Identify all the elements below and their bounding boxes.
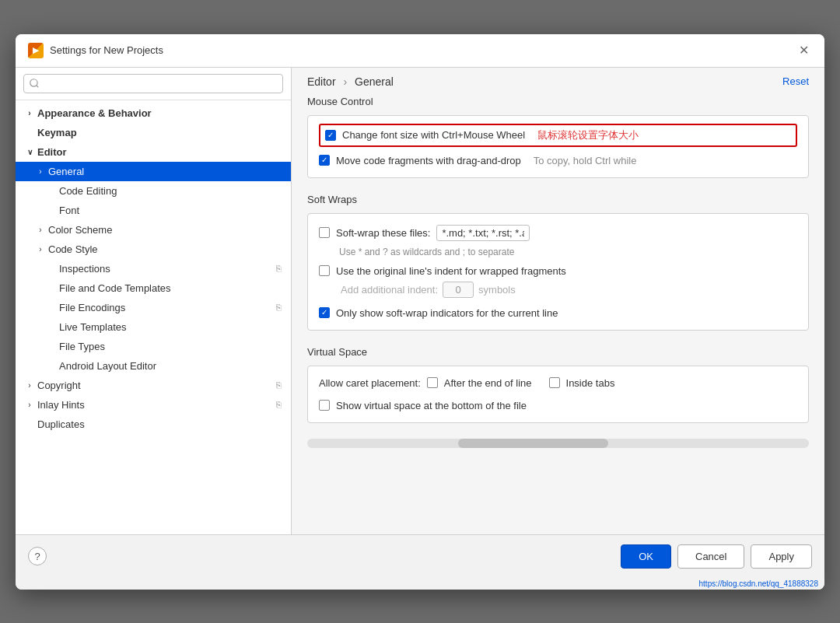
sidebar-item-file-encodings[interactable]: File Encodings ⎘ xyxy=(16,298,291,317)
change-font-size-checkbox[interactable] xyxy=(325,130,336,141)
close-button[interactable]: ✕ xyxy=(795,42,812,59)
search-input[interactable] xyxy=(23,74,283,93)
footer: ? OK Cancel Apply xyxy=(16,534,824,578)
virtual-space-section: Virtual Space Allow caret placement: Aft… xyxy=(307,346,809,423)
sidebar-item-editor[interactable]: ∨ Editor xyxy=(16,142,291,162)
add-indent-suffix: symbols xyxy=(478,284,516,296)
horizontal-scrollbar[interactable] xyxy=(307,439,809,448)
sidebar: › Appearance & Behavior Keymap ∨ Editor … xyxy=(16,68,292,534)
title-bar-left: ▶ Settings for New Projects xyxy=(28,43,163,58)
sidebar-item-general[interactable]: › General xyxy=(16,162,291,181)
chevron-icon: › xyxy=(25,401,34,409)
breadcrumb: Editor › General xyxy=(307,75,394,88)
main-content: › Appearance & Behavior Keymap ∨ Editor … xyxy=(16,68,824,534)
chevron-icon: › xyxy=(25,381,34,390)
soft-wraps-title: Soft Wraps xyxy=(307,194,809,205)
sidebar-item-label: File Types xyxy=(59,341,105,352)
inside-tabs-label: Inside tabs xyxy=(566,377,615,389)
sidebar-item-label: Android Layout Editor xyxy=(59,360,156,372)
sidebar-item-label: Color Scheme xyxy=(48,224,112,236)
after-end-of-line-label: After the end of line xyxy=(444,377,532,389)
sidebar-item-copyright[interactable]: › Copyright ⎘ xyxy=(16,376,291,395)
sidebar-item-color-scheme[interactable]: › Color Scheme xyxy=(16,220,291,240)
show-virtual-space-row: Show virtual space at the bottom of the … xyxy=(319,397,797,415)
breadcrumb-separator: › xyxy=(343,75,350,88)
sidebar-item-appearance[interactable]: › Appearance & Behavior xyxy=(16,103,291,123)
allow-caret-row: Allow caret placement: After the end of … xyxy=(319,374,797,392)
add-indent-input[interactable] xyxy=(443,282,474,298)
reset-button[interactable]: Reset xyxy=(782,75,809,87)
breadcrumb-part-general: General xyxy=(355,75,394,88)
mouse-control-box: Change font size with Ctrl+Mouse Wheel 鼠… xyxy=(307,115,809,178)
cancel-button[interactable]: Cancel xyxy=(677,544,744,569)
chevron-down-icon: ∨ xyxy=(25,148,34,156)
change-font-size-row: Change font size with Ctrl+Mouse Wheel 鼠… xyxy=(319,124,797,147)
show-virtual-space-checkbox[interactable] xyxy=(319,400,330,411)
tree: › Appearance & Behavior Keymap ∨ Editor … xyxy=(16,100,291,534)
soft-wrap-files-row: Soft-wrap these files: xyxy=(319,222,797,244)
after-end-of-line-checkbox[interactable] xyxy=(427,377,438,388)
mouse-control-section: Mouse Control Change font size with Ctrl… xyxy=(307,96,809,178)
apply-button[interactable]: Apply xyxy=(751,544,812,569)
search-box xyxy=(16,68,291,100)
allow-caret-label: Allow caret placement: xyxy=(319,377,421,389)
copy-icon: ⎘ xyxy=(276,264,282,273)
virtual-space-title: Virtual Space xyxy=(307,346,809,358)
sidebar-item-label: Inspections xyxy=(59,263,110,275)
copy-icon: ⎘ xyxy=(276,380,282,390)
sidebar-item-label: Appearance & Behavior xyxy=(37,107,152,119)
sidebar-item-label: File Encodings xyxy=(59,302,125,313)
soft-wrap-indicators-row: Only show soft-wrap indicators for the c… xyxy=(319,304,797,322)
soft-wrap-files-input[interactable] xyxy=(436,225,530,241)
main-panel: Editor › General Reset Mouse Control Cha… xyxy=(292,68,824,534)
sidebar-item-label: Code Editing xyxy=(59,185,117,197)
add-indent-label: Add additional indent: xyxy=(341,284,438,296)
change-font-size-hint: 鼠标滚轮设置字体大小 xyxy=(537,128,639,142)
settings-dialog: ▶ Settings for New Projects ✕ › Appearan… xyxy=(16,34,824,590)
chevron-icon: › xyxy=(25,109,34,117)
chevron-icon: › xyxy=(36,167,45,176)
inside-tabs-checkbox[interactable] xyxy=(549,377,560,388)
title-bar: ▶ Settings for New Projects ✕ xyxy=(16,34,824,68)
change-font-size-label: Change font size with Ctrl+Mouse Wheel xyxy=(342,129,525,141)
sidebar-item-duplicates[interactable]: Duplicates xyxy=(16,415,291,434)
dialog-title: Settings for New Projects xyxy=(50,44,163,56)
move-code-checkbox[interactable] xyxy=(319,155,330,166)
chevron-icon xyxy=(25,128,34,137)
url-hint: https://blog.csdn.net/qq_41888328 xyxy=(16,578,824,590)
sidebar-item-label: File and Code Templates xyxy=(59,282,171,294)
sidebar-item-inlay-hints[interactable]: › Inlay Hints ⎘ xyxy=(16,395,291,415)
sidebar-item-label: Keymap xyxy=(37,127,77,138)
soft-wrap-files-hint: Use * and ? as wildcards and ; to separa… xyxy=(339,247,514,257)
move-code-hint: To copy, hold Ctrl while xyxy=(534,155,637,166)
sidebar-item-label: Duplicates xyxy=(37,418,85,430)
sidebar-item-file-code-templates[interactable]: File and Code Templates xyxy=(16,278,291,298)
chevron-icon: › xyxy=(36,226,45,234)
sidebar-item-keymap[interactable]: Keymap xyxy=(16,123,291,142)
soft-wrap-indicators-label: Only show soft-wrap indicators for the c… xyxy=(336,307,558,319)
sidebar-item-label: Font xyxy=(59,205,79,216)
sidebar-item-code-editing[interactable]: Code Editing xyxy=(16,181,291,201)
sidebar-item-label: Live Templates xyxy=(59,321,126,333)
sidebar-item-code-style[interactable]: › Code Style xyxy=(16,240,291,259)
soft-wrap-files-hint-row: Use * and ? as wildcards and ; to separa… xyxy=(319,244,797,262)
soft-wraps-section: Soft Wraps Soft-wrap these files: Use * … xyxy=(307,194,809,331)
sidebar-item-inspections[interactable]: Inspections ⎘ xyxy=(16,259,291,278)
soft-wrap-files-checkbox[interactable] xyxy=(319,227,330,238)
sidebar-item-android-layout[interactable]: Android Layout Editor xyxy=(16,356,291,376)
breadcrumb-part-editor: Editor xyxy=(307,75,336,88)
breadcrumb-bar: Editor › General Reset xyxy=(292,68,824,96)
sidebar-item-font[interactable]: Font xyxy=(16,201,291,220)
ok-button[interactable]: OK xyxy=(621,544,671,569)
copy-icon: ⎘ xyxy=(276,303,282,312)
sidebar-item-file-types[interactable]: File Types xyxy=(16,337,291,356)
add-indent-row: Add additional indent: symbols xyxy=(319,280,797,299)
mouse-control-title: Mouse Control xyxy=(307,96,809,107)
sidebar-item-label: Code Style xyxy=(48,243,98,255)
scrollbar-thumb xyxy=(458,439,609,448)
sidebar-item-live-templates[interactable]: Live Templates xyxy=(16,317,291,337)
chevron-icon: › xyxy=(36,245,45,254)
original-indent-checkbox[interactable] xyxy=(319,265,330,276)
help-button[interactable]: ? xyxy=(28,547,47,565)
soft-wrap-indicators-checkbox[interactable] xyxy=(319,307,330,318)
